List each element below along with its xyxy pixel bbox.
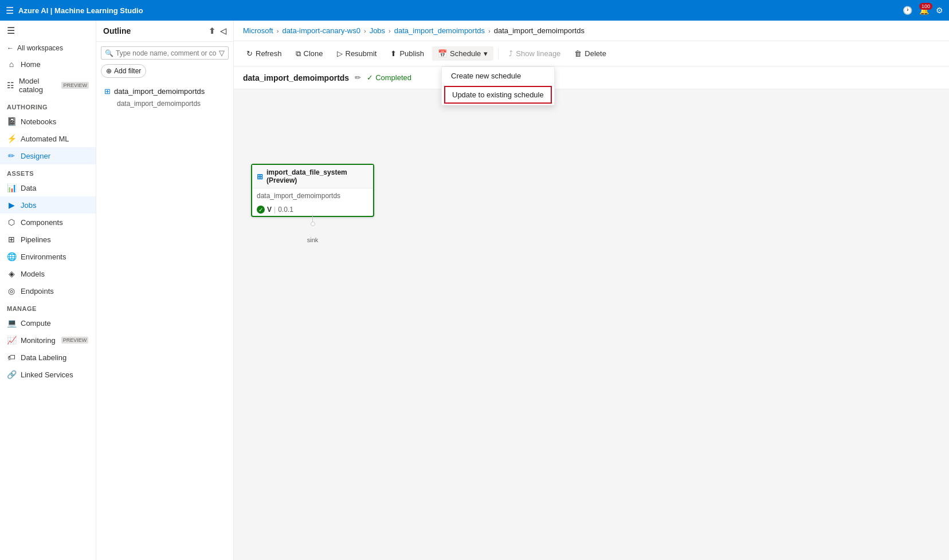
status-label: Completed [375, 73, 411, 82]
sidebar-item-designer[interactable]: ✏ Designer [0, 147, 96, 164]
pipeline-node: ⊞ import_data_file_system (Preview) data… [251, 164, 374, 217]
topbar: ☰ Azure AI | Machine Learning Studio 🕐 🔔… [0, 0, 949, 21]
data-labeling-icon: 🏷 [7, 353, 16, 362]
outline-child-node[interactable]: data_import_demoimportds [101, 98, 229, 109]
connector-dot [311, 222, 315, 226]
clone-label: Clone [304, 49, 323, 58]
sidebar-item-label: Monitoring [21, 336, 56, 345]
sidebar-item-environments[interactable]: 🌐 Environments [0, 248, 96, 265]
bell-icon[interactable]: 🔔 100 [919, 6, 929, 15]
topbar-icons: 🕐 🔔 100 ⚙ [903, 6, 943, 15]
delete-button[interactable]: 🗑 Delete [568, 46, 612, 61]
breadcrumb: Microsoft › data-import-canary-ws0 › Job… [234, 21, 949, 41]
authoring-section: Authoring [0, 98, 96, 113]
breadcrumb-job[interactable]: data_import_demoimportds [394, 26, 485, 35]
home-icon: ⌂ [7, 60, 16, 69]
outline-tree: ⊞ data_import_demoimportds data_import_d… [96, 82, 233, 112]
endpoints-icon: ◎ [7, 286, 16, 295]
sidebar-item-models[interactable]: ◈ Models [0, 265, 96, 282]
search-input[interactable] [116, 49, 217, 57]
compute-icon: 💻 [7, 318, 16, 328]
outline-search-box[interactable]: 🔍 ▽ [101, 46, 229, 60]
sidebar-item-data[interactable]: 📊 Data [0, 179, 96, 196]
sidebar-item-data-labeling[interactable]: 🏷 Data Labeling [0, 349, 96, 366]
all-workspaces-link[interactable]: ← All workspaces [0, 41, 96, 56]
monitoring-icon: 📈 [7, 336, 16, 345]
all-workspaces-label: All workspaces [17, 44, 63, 52]
clone-button[interactable]: ⧉ Clone [290, 46, 329, 61]
refresh-button[interactable]: ↻ Refresh [241, 46, 288, 61]
canvas-area[interactable]: ⊞ import_data_file_system (Preview) data… [234, 89, 949, 560]
toolbar-separator-1 [498, 48, 499, 60]
sidebar-item-pipelines[interactable]: ⊞ Pipelines [0, 231, 96, 248]
sidebar-item-endpoints[interactable]: ◎ Endpoints [0, 282, 96, 299]
sidebar-item-components[interactable]: ⬡ Components [0, 214, 96, 231]
connector-line [312, 215, 313, 222]
publish-icon: ⬆ [390, 49, 397, 58]
sidebar-item-label: Linked Services [21, 370, 73, 379]
sidebar-item-label: Jobs [21, 201, 36, 210]
resubmit-button[interactable]: ▷ Resubmit [331, 46, 383, 61]
lineage-icon: ⤴ [509, 49, 513, 58]
sidebar-item-label: Components [21, 218, 63, 227]
show-lineage-label: Show lineage [516, 49, 560, 58]
delete-label: Delete [585, 49, 606, 58]
node-subtitle: data_import_demoimportds [257, 192, 340, 200]
sidebar-item-automated-ml[interactable]: ⚡ Automated ML [0, 130, 96, 147]
publish-button[interactable]: ⬆ Publish [385, 46, 430, 61]
sidebar-menu-button[interactable]: ☰ [0, 21, 96, 41]
sidebar-item-model-catalog[interactable]: ☷ Model catalog PREVIEW [0, 73, 96, 98]
toolbar-wrapper: ↻ Refresh ⧉ Clone ▷ Resubmit ⬆ Publish 📅 [234, 41, 949, 66]
sink-label: sink [307, 236, 319, 243]
schedule-label: Schedule [450, 49, 481, 58]
clone-icon: ⧉ [296, 49, 301, 58]
schedule-chevron-icon: ▾ [484, 49, 488, 58]
sidebar-item-jobs[interactable]: ▶ Jobs [0, 196, 96, 214]
node-title: import_data_file_system (Preview) [266, 168, 368, 184]
filter-icon: ⊕ [106, 67, 112, 75]
breadcrumb-jobs[interactable]: Jobs [370, 26, 385, 35]
node-version: 0.0.1 [278, 206, 293, 214]
sidebar-item-monitoring[interactable]: 📈 Monitoring PREVIEW [0, 332, 96, 349]
node-footer: ✓ V | 0.0.1 [252, 203, 373, 216]
pipelines-icon: ⊞ [7, 235, 16, 244]
create-new-schedule-item[interactable]: Create new schedule [442, 67, 554, 85]
models-icon: ◈ [7, 269, 16, 278]
breadcrumb-workspace[interactable]: data-import-canary-ws0 [282, 26, 360, 35]
node-connector: sink [311, 215, 315, 226]
sidebar-item-label: Data Labeling [21, 353, 66, 362]
node-version-label: V [267, 206, 272, 214]
search-icon: 🔍 [105, 49, 113, 57]
outline-share-icon[interactable]: ⬆ [209, 26, 215, 36]
sidebar-item-home[interactable]: ⌂ Home [0, 56, 96, 73]
app-layout: ☰ ← All workspaces ⌂ Home ☷ Model catalo… [0, 21, 949, 560]
schedule-icon: 📅 [438, 49, 447, 58]
clock-icon[interactable]: 🕐 [903, 6, 912, 15]
sidebar-item-compute[interactable]: 💻 Compute [0, 314, 96, 332]
edit-icon[interactable]: ✏ [355, 73, 361, 82]
add-filter-button[interactable]: ⊕ Add filter [101, 64, 146, 78]
outline-root-node[interactable]: ⊞ data_import_demoimportds [101, 85, 229, 98]
breadcrumb-current: data_import_demoimportds [494, 26, 585, 35]
menu-icon[interactable]: ☰ [6, 5, 14, 16]
node-separator: | [274, 206, 276, 214]
preview-badge-monitoring: PREVIEW [61, 337, 89, 344]
schedule-button[interactable]: 📅 Schedule ▾ [432, 46, 493, 61]
search-filter-icon[interactable]: ▽ [219, 49, 225, 57]
show-lineage-button[interactable]: ⤴ Show lineage [503, 46, 566, 61]
add-filter-label: Add filter [114, 67, 141, 75]
sidebar-item-linked-services[interactable]: 🔗 Linked Services [0, 366, 96, 383]
sidebar-item-label: Endpoints [21, 287, 54, 295]
main-content: Microsoft › data-import-canary-ws0 › Job… [234, 21, 949, 560]
tree-expand-icon: ⊞ [104, 87, 111, 96]
breadcrumb-microsoft[interactable]: Microsoft [243, 26, 273, 35]
settings-icon[interactable]: ⚙ [936, 6, 943, 15]
status-check-icon: ✓ [367, 73, 373, 82]
sidebar-item-label: Model catalog [19, 77, 56, 94]
node-status-icon: ✓ [257, 206, 265, 214]
environments-icon: 🌐 [7, 252, 16, 261]
update-existing-schedule-item[interactable]: Update to existing schedule [444, 86, 552, 104]
sidebar-item-label: Designer [21, 152, 50, 160]
outline-collapse-icon[interactable]: ◁ [220, 26, 226, 36]
sidebar-item-notebooks[interactable]: 📓 Notebooks [0, 113, 96, 130]
